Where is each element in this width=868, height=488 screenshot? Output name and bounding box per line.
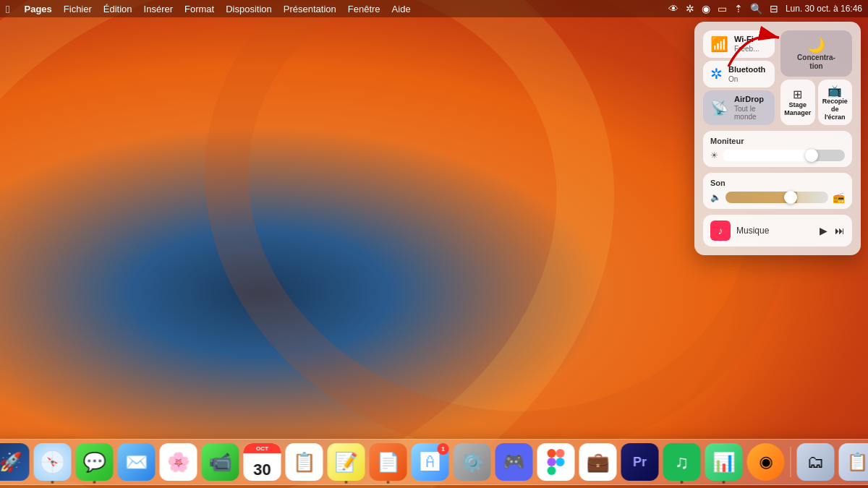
reminders-icon: 📋 xyxy=(293,451,316,474)
wifi-icon[interactable]: ⇡ xyxy=(734,3,743,14)
dock-app-launchpad[interactable]: 🚀 xyxy=(0,443,30,481)
dock-app-slack[interactable]: 💼 xyxy=(579,443,617,481)
music-section: ♪ Musique ▶ ⏭ xyxy=(703,215,852,247)
app-name[interactable]: Pages xyxy=(24,4,51,14)
menu-fichier[interactable]: Fichier xyxy=(64,4,92,14)
control-center-icon[interactable]: ⊟ xyxy=(770,3,778,14)
airplay-icon[interactable]: 📻 xyxy=(833,192,845,203)
spotify-dot xyxy=(681,481,684,484)
facetime-icon: 📹 xyxy=(209,451,232,474)
appstore-badge: 1 xyxy=(438,443,449,455)
monitor-slider-thumb[interactable] xyxy=(805,149,818,162)
dock-app-mail[interactable]: ✉️ xyxy=(118,443,156,481)
wifi-tile-icon: 📶 xyxy=(710,35,728,53)
dock-app-facetime[interactable]: 📹 xyxy=(202,443,239,481)
stage-icon: ⊞ xyxy=(793,87,802,101)
calendar-date-label: 30 xyxy=(244,462,281,478)
dock-app-calendar[interactable]: OCT 30 xyxy=(244,443,281,481)
dock-app-messages[interactable]: 💬 xyxy=(76,443,114,481)
pages-dot xyxy=(387,481,390,484)
dock-app-premiere[interactable]: Pr xyxy=(621,443,659,481)
menu-presentation[interactable]: Présentation xyxy=(284,4,336,14)
airdrop-sublabel: Tout le monde xyxy=(734,105,767,121)
dock-app-photos[interactable]: 🌸 xyxy=(160,443,197,481)
stage-manager-tile[interactable]: ⊞ StageManager xyxy=(780,80,815,125)
battery-icon[interactable]: ▭ xyxy=(718,3,727,14)
dock-container: 🚀 💬 ✉️ 🌸 📹 xyxy=(0,439,868,485)
dock-app-notes[interactable]: 📝 xyxy=(328,443,365,481)
svg-rect-14 xyxy=(548,458,556,466)
bt-label: Bluetooth xyxy=(728,65,765,74)
sound-slider-row: 🔈 📻 xyxy=(710,192,845,203)
sound-slider-thumb[interactable] xyxy=(784,191,797,204)
cc-left-col: 📶 Wi-Fi Freeb... ✲ Bluetooth On 📡 AirDro… xyxy=(703,30,775,125)
mirror-label: Recopiede l'écran xyxy=(821,98,850,121)
settings-icon: ⚙️ xyxy=(461,451,484,474)
mail-icon: ✉️ xyxy=(125,451,148,474)
dock-app-spotify[interactable]: ♫ xyxy=(663,443,701,481)
focus-tile-icon: 🌙 xyxy=(807,36,825,53)
vision-icon[interactable]: 👁 xyxy=(668,3,678,14)
wifi-tile[interactable]: 📶 Wi-Fi Freeb... xyxy=(703,30,775,58)
monitor-slider-row: ☀ xyxy=(710,150,845,161)
menu-inserer[interactable]: Insérer xyxy=(144,4,173,14)
apple-menu[interactable]:  xyxy=(6,3,9,15)
play-button[interactable]: ▶ xyxy=(820,225,827,236)
skip-button[interactable]: ⏭ xyxy=(835,225,845,236)
dock-app-numbers[interactable]: 📊 xyxy=(705,443,743,481)
monitor-slider[interactable] xyxy=(723,150,845,161)
wifi-search-icon[interactable]: ◉ xyxy=(702,3,710,14)
dock-app-safari[interactable] xyxy=(34,443,72,481)
cc-stage-mirror-row: ⊞ StageManager 📺 Recopiede l'écran xyxy=(780,80,852,125)
svg-rect-15 xyxy=(556,458,565,466)
bluetooth-tile[interactable]: ✲ Bluetooth On xyxy=(703,61,775,88)
stage-label: StageManager xyxy=(784,101,811,117)
sound-section: Son 🔈 📻 xyxy=(703,173,852,209)
multifiles-icon: 🗂 xyxy=(807,452,825,472)
menu-disposition[interactable]: Disposition xyxy=(226,4,272,14)
numbers-dot xyxy=(723,481,726,484)
screen-mirror-tile[interactable]: 📺 Recopiede l'écran xyxy=(818,80,853,125)
bluetooth-menubar-icon[interactable]: ✲ xyxy=(686,3,694,14)
menu-edition[interactable]: Édition xyxy=(103,4,132,14)
menu-fenetre[interactable]: Fenêtre xyxy=(348,4,380,14)
music-app-icon[interactable]: ♪ xyxy=(710,221,731,241)
menubar-right: 👁 ✲ ◉ ▭ ⇡ 🔍 ⊟ Lun. 30 oct. à 16:46 xyxy=(668,3,862,14)
brightness-low-icon: ☀ xyxy=(710,150,718,160)
safari-dot xyxy=(51,481,54,484)
numbers-icon: 📊 xyxy=(712,451,736,474)
bt-sublabel: On xyxy=(728,75,765,83)
dock-app-figma[interactable] xyxy=(537,443,575,481)
dock-separator xyxy=(791,447,791,477)
notes-dot xyxy=(345,481,348,484)
menu-aide[interactable]: Aide xyxy=(392,4,411,14)
focus-tile[interactable]: 🌙 Concentra-tion xyxy=(780,30,852,77)
dock-app-appstore[interactable]: 🅰 1 xyxy=(412,443,449,481)
search-icon[interactable]: 🔍 xyxy=(750,3,762,14)
safari-icon xyxy=(40,449,66,475)
monitor-section: Moniteur ☀ xyxy=(703,131,852,167)
wifi-sublabel: Freeb... xyxy=(734,45,759,53)
wifi-label: Wi-Fi xyxy=(734,35,759,44)
dock-app-pages[interactable]: 📄 xyxy=(370,443,407,481)
dock-app-reminders[interactable]: 📋 xyxy=(286,443,323,481)
messages-icon: 💬 xyxy=(83,451,106,474)
dock-app-discord[interactable]: 🎮 xyxy=(495,443,533,481)
menu-format[interactable]: Format xyxy=(184,4,214,14)
dock-app-clonefiles[interactable]: 📋 xyxy=(839,443,869,481)
spotify-icon: ♫ xyxy=(675,451,689,474)
bt-tile-icon: ✲ xyxy=(710,65,723,82)
mirror-icon: 📺 xyxy=(827,84,842,98)
sound-slider[interactable] xyxy=(726,192,828,203)
airdrop-tile-text: AirDrop Tout le monde xyxy=(734,95,767,121)
dock-app-orange[interactable]: ◉ xyxy=(747,443,785,481)
focus-label: Concentra-tion xyxy=(797,53,835,71)
dock-app-settings[interactable]: ⚙️ xyxy=(454,443,491,481)
appstore-icon: 🅰 xyxy=(421,451,440,474)
dock-app-multifiles[interactable]: 🗂 xyxy=(797,443,835,481)
clonefiles-icon: 📋 xyxy=(847,452,869,472)
svg-rect-16 xyxy=(548,466,556,475)
airdrop-tile[interactable]: 📡 AirDrop Tout le monde xyxy=(703,90,775,125)
orange-icon: ◉ xyxy=(759,453,773,471)
svg-rect-13 xyxy=(556,449,565,458)
